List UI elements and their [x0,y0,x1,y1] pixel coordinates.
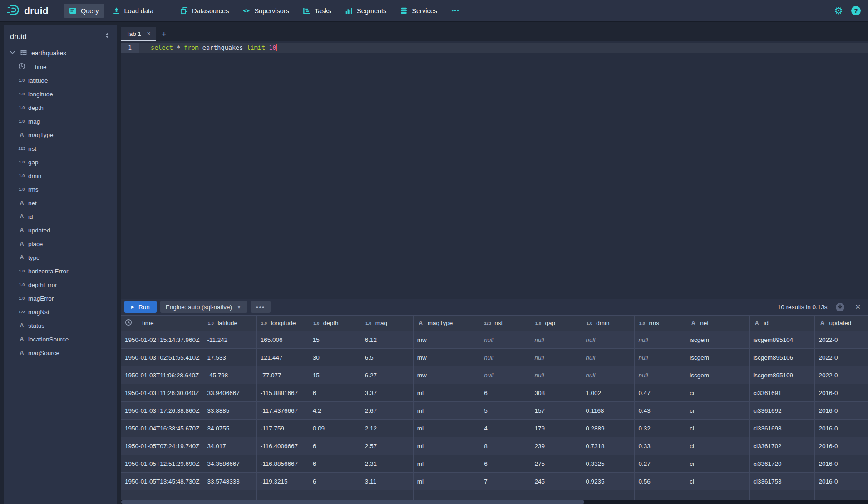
cell-dmin[interactable]: null [582,366,635,384]
sidebar-column-mag[interactable]: 1.0mag [4,114,117,128]
cell-magType[interactable]: ml [413,384,480,402]
cell-depth[interactable]: 6 [309,473,361,490]
engine-select-button[interactable]: Engine: auto (sql-native) ▼ [160,301,247,313]
cell-net[interactable]: ci [686,455,750,473]
cell-gap[interactable]: 308 [531,384,582,402]
cell-depth[interactable]: 6 [309,384,361,402]
cell-net[interactable]: ci [686,384,750,402]
cell-magType[interactable]: ml [413,420,480,437]
cell-mag[interactable]: 3.37 [361,384,413,402]
cell-id[interactable]: iscgem895106 [750,349,815,366]
cell-longitude[interactable]: 121.447 [256,349,309,366]
cell-latitude[interactable]: 34.0755 [203,420,256,437]
cell-rms[interactable]: null [635,366,686,384]
cell-magType[interactable]: ml [413,437,480,455]
cell-updated[interactable]: 2016-0 [815,402,868,420]
column-header-mag[interactable]: 1.0mag [361,316,413,331]
cell-gap[interactable]: null [531,366,582,384]
cell-updated[interactable]: 2022-0 [815,366,868,384]
sidebar-column-magError[interactable]: 1.0magError [4,292,117,305]
cell-gap[interactable]: 245 [531,473,582,490]
cell-time[interactable]: 1950-01-03T11:06:28.640Z [121,366,203,384]
column-header-gap[interactable]: 1.0gap [531,316,582,331]
cell-nst[interactable]: 6 [480,455,531,473]
cell-longitude[interactable]: -119.3215 [256,473,309,490]
cell-depth[interactable]: 30 [309,349,361,366]
cell-nst[interactable]: null [480,366,531,384]
cell-net[interactable]: iscgem [686,366,750,384]
cell-mag[interactable]: 2.31 [361,455,413,473]
tab-close-icon[interactable]: ✕ [147,31,151,37]
cell-depth[interactable]: 4.2 [309,402,361,420]
cell-net[interactable]: iscgem [686,331,750,349]
cell-nst[interactable]: null [480,331,531,349]
cell-gap[interactable]: 239 [531,437,582,455]
chevron-down-icon[interactable] [9,49,16,57]
cell-updated[interactable]: 2022-0 [815,331,868,349]
cell-id[interactable]: ci3361691 [750,384,815,402]
cell-gap[interactable]: null [531,331,582,349]
cell-net[interactable]: ci [686,473,750,490]
cell-time[interactable]: 1950-01-02T15:14:37.960Z [121,331,203,349]
sidebar-column-magType[interactable]: AmagType [4,128,117,142]
cell-depth[interactable]: 0.09 [309,420,361,437]
sidebar-column-net[interactable]: Anet [4,196,117,210]
column-header-time[interactable]: __time [121,316,203,331]
cell-gap[interactable]: null [531,349,582,366]
cell-depth[interactable]: 15 [309,366,361,384]
druid-logo[interactable]: druid [6,3,49,19]
cell-latitude[interactable]: 34.3586667 [203,455,256,473]
cell-rms[interactable]: 0.47 [635,384,686,402]
cell-id[interactable]: iscgem895104 [750,331,815,349]
cell-longitude[interactable]: 165.006 [256,331,309,349]
scrollbar-thumb[interactable] [121,500,584,504]
sidebar-item-earthquakes[interactable]: earthquakes [4,46,117,60]
cell-dmin[interactable]: 0.2889 [582,420,635,437]
cell-time[interactable]: 1950-01-05T07:24:19.740Z [121,437,203,455]
column-header-longitude[interactable]: 1.0longitude [256,316,309,331]
cell-id[interactable]: iscgem895109 [750,366,815,384]
help-icon[interactable]: ? [851,6,861,15]
cell-dmin[interactable]: 1.002 [582,384,635,402]
cell-dmin[interactable]: 0.1168 [582,402,635,420]
cell-gap[interactable]: 157 [531,402,582,420]
sidebar-column-gap[interactable]: 1.0gap [4,155,117,169]
cell-magType[interactable]: ml [413,455,480,473]
cell-magType[interactable]: mw [413,366,480,384]
cell-longitude[interactable]: -117.759 [256,420,309,437]
sidebar-column-rms[interactable]: 1.0rms [4,183,117,196]
cell-mag[interactable]: 6.27 [361,366,413,384]
cell-mag[interactable]: 6.12 [361,331,413,349]
cell-mag[interactable]: 6.5 [361,349,413,366]
cell-mag[interactable]: 3.11 [361,473,413,490]
column-header-dmin[interactable]: 1.0dmin [582,316,635,331]
cell-depth[interactable]: 6 [309,455,361,473]
cell-nst[interactable]: 5 [480,402,531,420]
cell-magType[interactable]: mw [413,331,480,349]
cell-updated[interactable]: 2016-0 [815,455,868,473]
cell-gap[interactable]: 275 [531,455,582,473]
cell-id[interactable]: ci3361692 [750,402,815,420]
sidebar-column-latitude[interactable]: 1.0latitude [4,74,117,87]
cell-rms[interactable]: null [635,331,686,349]
sidebar-column-depth[interactable]: 1.0depth [4,101,117,114]
cell-dmin[interactable]: 0.3325 [582,455,635,473]
cell-dmin[interactable]: null [582,349,635,366]
cell-updated[interactable]: 2016-0 [815,473,868,490]
sidebar-column-horizontalError[interactable]: 1.0horizontalError [4,264,117,278]
cell-longitude[interactable]: -116.8856667 [256,455,309,473]
cell-dmin[interactable]: 0.9235 [582,473,635,490]
column-header-net[interactable]: Anet [686,316,750,331]
cell-nst[interactable]: 4 [480,420,531,437]
cell-longitude[interactable]: -77.077 [256,366,309,384]
cell-updated[interactable]: 2016-0 [815,384,868,402]
cell-longitude[interactable]: -117.4376667 [256,402,309,420]
column-header-nst[interactable]: 123nst [480,316,531,331]
download-results-icon[interactable] [835,302,845,312]
cell-time[interactable]: 1950-01-03T02:51:55.410Z [121,349,203,366]
column-header-updated[interactable]: Aupdated [815,316,868,331]
editor-line-1[interactable]: 1 select * from earthquakes limit 10 [121,43,868,53]
column-header-id[interactable]: Aid [750,316,815,331]
nav-item-segments[interactable]: Segments [340,4,392,18]
cell-id[interactable]: ci3361702 [750,437,815,455]
